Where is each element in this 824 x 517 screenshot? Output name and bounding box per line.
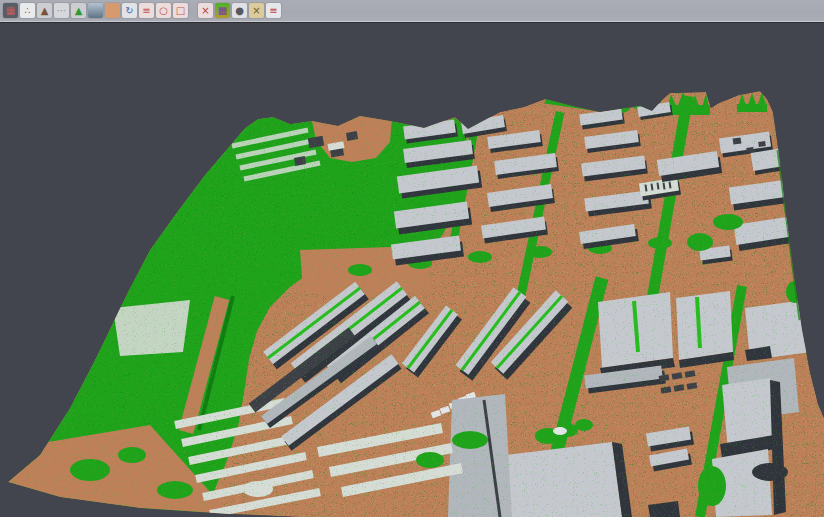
classified-terrain-icon[interactable]: ▲ <box>71 3 86 18</box>
profile-view-icon[interactable] <box>88 3 103 18</box>
render-options-icon[interactable]: ▦ <box>3 3 18 18</box>
rect-select-icon[interactable]: □ <box>173 3 188 18</box>
toolbar-separator <box>190 3 198 18</box>
toolbar: ▦∴▲⋯▲↻≡○□×▩●×≡ <box>0 0 824 22</box>
application-window: ▦∴▲⋯▲↻≡○□×▩●×≡ <box>0 0 824 517</box>
circle-select-icon[interactable]: ○ <box>156 3 171 18</box>
remove-points-icon[interactable]: ≡ <box>266 3 281 18</box>
terrain-point-cloud <box>0 85 824 517</box>
viewport-3d[interactable] <box>0 23 824 517</box>
classification-palette-icon[interactable]: ▩ <box>215 3 230 18</box>
pick-points-icon[interactable]: ∴ <box>20 3 35 18</box>
delete-selection-icon[interactable]: × <box>198 3 213 18</box>
dem-terrain-icon[interactable]: ▲ <box>37 3 52 18</box>
class-crop-icon[interactable]: × <box>249 3 264 18</box>
sphere-tool-icon[interactable]: ● <box>232 3 247 18</box>
orthophoto-icon[interactable] <box>105 3 120 18</box>
sparse-cloud-icon[interactable]: ⋯ <box>54 3 69 18</box>
rotate-view-icon[interactable]: ↻ <box>122 3 137 18</box>
measure-lines-icon[interactable]: ≡ <box>139 3 154 18</box>
point-cloud-scene[interactable] <box>0 23 824 517</box>
